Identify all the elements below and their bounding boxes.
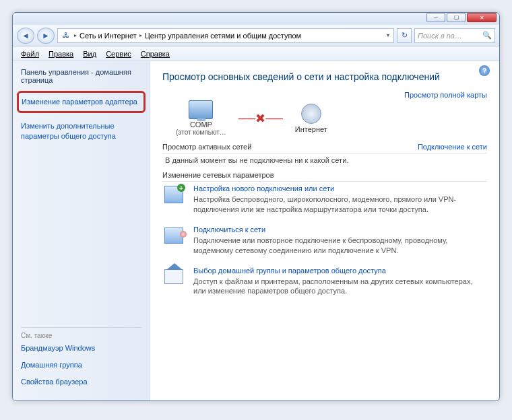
network-map: COMP (этот компьют… ──✖── Интернет (176, 100, 487, 136)
close-button[interactable]: ✕ (467, 13, 497, 22)
wizard-icon (162, 184, 185, 205)
homegroup-icon (162, 267, 185, 287)
body: Панель управления - домашняя страница Из… (13, 61, 499, 400)
node-sub: (этот компьют… (176, 129, 226, 136)
page-title: Просмотр основных сведений о сети и наст… (162, 71, 487, 83)
sidebar-seealso-label: См. также (21, 327, 141, 339)
sidebar-homegroup-link[interactable]: Домашняя группа (21, 360, 141, 370)
search-icon: 🔍 (482, 31, 492, 40)
search-input[interactable]: Поиск в па… 🔍 (414, 28, 495, 43)
item-setup: Настройка нового подключения или сети На… (162, 184, 487, 215)
chevron-right-icon: ▸ (73, 32, 78, 38)
menu-view[interactable]: Вид (79, 48, 100, 59)
item-connect-desc: Подключение или повторное подключение к … (193, 236, 487, 256)
node-name: COMP (190, 120, 212, 129)
item-connect: Подключиться к сети Подключение или повт… (162, 225, 487, 256)
menu-file[interactable]: Файл (17, 48, 43, 59)
network-icon: 🖧 (61, 30, 71, 41)
section-active-networks: Просмотр активных сетей Подключение к се… (162, 143, 487, 153)
sidebar-firewall-link[interactable]: Брандмауэр Windows (21, 343, 141, 353)
item-setup-desc: Настройка беспроводного, широкополосного… (193, 195, 487, 215)
sidebar-home[interactable]: Панель управления - домашняя страница (21, 68, 141, 84)
computer-icon (189, 100, 213, 119)
maximize-button[interactable]: ☐ (447, 13, 466, 22)
item-connect-link[interactable]: Подключиться к сети (193, 225, 487, 234)
help-icon[interactable]: ? (479, 65, 490, 76)
sidebar-browser-link[interactable]: Свойства браузера (21, 377, 141, 387)
breadcrumb[interactable]: 🖧 ▸ Сеть и Интернет ▸ Центр управления с… (57, 28, 394, 43)
back-button[interactable]: ◄ (17, 28, 34, 44)
chevron-right-icon: ▸ (138, 32, 143, 38)
globe-icon (301, 104, 321, 124)
breadcrumb-current[interactable]: Центр управления сетями и общим доступом (145, 32, 301, 40)
menu-edit[interactable]: Правка (44, 48, 77, 59)
item-homegroup: Выбор домашней группы и параметров общег… (162, 267, 487, 297)
active-text: В данный момент вы не подключены ни к ка… (162, 156, 487, 164)
node-this-computer[interactable]: COMP (этот компьют… (176, 100, 226, 136)
sidebar-advanced-link[interactable]: Изменить дополнительные параметры общего… (21, 121, 141, 141)
connect-icon (162, 225, 185, 246)
menu-tools[interactable]: Сервис (102, 48, 135, 59)
forward-button[interactable]: ► (37, 28, 55, 44)
node-internet[interactable]: Интернет (295, 104, 327, 133)
item-setup-link[interactable]: Настройка нового подключения или сети (193, 184, 487, 193)
breadcrumb-root[interactable]: Сеть и Интернет (79, 32, 137, 40)
item-homegroup-desc: Доступ к файлам и принтерам, расположенн… (193, 277, 487, 297)
refresh-button[interactable]: ↻ (397, 28, 412, 43)
menu-bar: Файл Правка Вид Сервис Справка (13, 46, 499, 61)
navigation-bar: ◄ ► 🖧 ▸ Сеть и Интернет ▸ Центр управлен… (13, 25, 499, 46)
titlebar: ─ ☐ ✕ (13, 13, 499, 25)
section-change-settings: Изменение сетевых параметров (162, 171, 487, 182)
full-map-link[interactable]: Просмотр полной карты (162, 91, 487, 99)
node-name: Интернет (295, 125, 327, 133)
sidebar: Панель управления - домашняя страница Из… (13, 61, 150, 400)
connect-network-link[interactable]: Подключение к сети (418, 143, 487, 151)
explorer-window: ─ ☐ ✕ ◄ ► 🖧 ▸ Сеть и Интернет ▸ Центр уп… (12, 12, 500, 401)
item-homegroup-link[interactable]: Выбор домашней группы и параметров общег… (193, 267, 487, 275)
sidebar-adapter-link[interactable]: Изменение параметров адаптера (17, 91, 146, 113)
minimize-button[interactable]: ─ (426, 13, 445, 22)
content-pane: ? Просмотр основных сведений о сети и на… (150, 61, 499, 400)
chevron-down-icon[interactable]: ▾ (385, 32, 391, 38)
search-placeholder: Поиск в па… (418, 32, 482, 40)
disconnected-icon: ──✖── (238, 111, 283, 126)
menu-help[interactable]: Справка (137, 48, 174, 59)
